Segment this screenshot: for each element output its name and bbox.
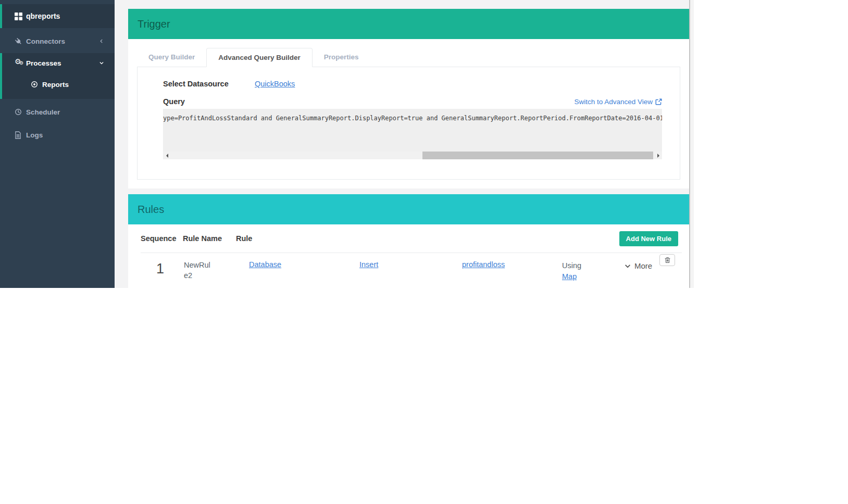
sidebar-brand-qbreports[interactable]: qbreports <box>0 4 115 28</box>
tab-bar: Query Builder Advanced Query Builder Pro… <box>137 48 680 67</box>
rule-sequence: 1 <box>141 260 180 277</box>
chevron-down-icon <box>624 262 631 270</box>
sidebar-item-scheduler[interactable]: Scheduler <box>0 102 115 122</box>
trash-icon <box>664 257 671 263</box>
tab-query-builder[interactable]: Query Builder <box>137 48 206 67</box>
column-header-sequence: Sequence <box>141 234 180 243</box>
rule-type-link[interactable]: Database <box>249 260 281 269</box>
plug-icon <box>15 37 26 45</box>
add-new-rule-button[interactable]: Add New Rule <box>619 231 678 246</box>
sidebar-item-label: Scheduler <box>26 108 60 116</box>
sidebar-item-label: Processes <box>26 59 61 67</box>
main-content: Trigger Query Builder Advanced Query Bui… <box>115 0 689 288</box>
select-datasource-label: Select Datasource <box>163 80 255 88</box>
rules-table-header: Sequence Rule Name Rule Add New Rule <box>141 224 682 253</box>
sidebar-item-connectors[interactable]: Connectors <box>0 31 115 51</box>
file-icon <box>15 131 26 139</box>
delete-rule-button[interactable] <box>659 254 675 266</box>
external-link-icon <box>655 98 662 105</box>
query-label: Query <box>163 97 185 106</box>
scroll-left-arrow[interactable] <box>163 152 171 159</box>
sidebar-processes-block: ⚙⚙ Processes Reports <box>0 53 115 99</box>
sidebar-item-label: Logs <box>26 131 43 139</box>
rules-panel: Rules Sequence Rule Name Rule Add New Ru… <box>128 194 689 288</box>
table-row: 1 NewRule2 Database Insert profitandloss <box>141 253 682 288</box>
tab-content: Select Datasource QuickBooks Query Switc… <box>137 67 680 180</box>
sidebar-item-label: Connectors <box>26 37 65 45</box>
gears-icon: ⚙⚙ <box>15 59 26 67</box>
trigger-panel: Trigger Query Builder Advanced Query Bui… <box>128 9 689 188</box>
rules-panel-body: Sequence Rule Name Rule Add New Rule 1 N… <box>128 224 689 288</box>
tab-properties[interactable]: Properties <box>313 48 370 67</box>
chevron-down-icon <box>99 60 104 66</box>
trigger-panel-body: Query Builder Advanced Query Builder Pro… <box>128 39 689 188</box>
chevron-left-icon <box>99 39 104 44</box>
scroll-right-arrow[interactable] <box>654 152 662 159</box>
sidebar-item-label: Reports <box>42 81 69 89</box>
trigger-panel-title: Trigger <box>138 18 170 30</box>
grid-icon <box>15 12 26 20</box>
clock-icon <box>15 108 26 116</box>
map-link[interactable]: Map <box>562 272 577 281</box>
column-header-rule: Rule <box>236 234 619 243</box>
scrollbar-thumb[interactable] <box>422 152 653 159</box>
rule-operation-link[interactable]: Insert <box>359 260 378 269</box>
vertical-scrollbar[interactable] <box>689 0 694 288</box>
column-header-rule-name: Rule Name <box>180 234 236 243</box>
scrollbar-track[interactable] <box>171 152 654 159</box>
rule-using: Using Map <box>562 260 624 282</box>
rules-panel-header: Rules <box>128 194 689 224</box>
sidebar-item-processes[interactable]: ⚙⚙ Processes <box>2 53 115 73</box>
sidebar-brand-label: qbreports <box>26 12 60 20</box>
trigger-panel-header: Trigger <box>128 9 689 39</box>
rule-name: NewRule2 <box>180 260 249 281</box>
sidebar-item-reports[interactable]: Reports <box>2 75 115 94</box>
rule-target-link[interactable]: profitandloss <box>462 260 505 269</box>
app-viewport: qbreports Connectors ⚙⚙ <box>0 0 694 288</box>
circle-dot-icon <box>31 81 42 88</box>
query-horizontal-scrollbar <box>163 152 662 159</box>
switch-to-advanced-view-link[interactable]: Switch to Advanced View <box>574 98 662 106</box>
rules-panel-title: Rules <box>138 204 164 216</box>
tab-advanced-query-builder[interactable]: Advanced Query Builder <box>206 48 313 67</box>
datasource-link[interactable]: QuickBooks <box>255 80 295 88</box>
query-text: ype=ProfitAndLossStandard and GeneralSum… <box>163 109 662 122</box>
sidebar: qbreports Connectors ⚙⚙ <box>0 0 115 288</box>
query-input[interactable]: ype=ProfitAndLossStandard and GeneralSum… <box>163 109 662 159</box>
sidebar-item-logs[interactable]: Logs <box>0 125 115 145</box>
